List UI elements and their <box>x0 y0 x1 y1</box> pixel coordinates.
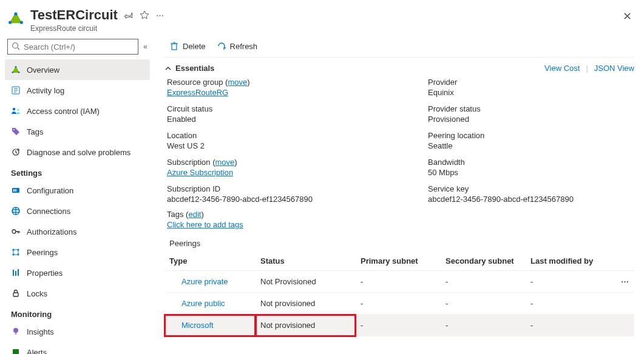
refresh-button[interactable]: Refresh <box>217 41 258 51</box>
sidebar-item-properties[interactable]: Properties <box>5 262 150 283</box>
svg-point-2 <box>8 21 12 24</box>
move-link[interactable]: move <box>228 78 247 87</box>
tags-icon <box>11 127 21 136</box>
star-icon[interactable] <box>140 10 149 20</box>
sidebar-item-locks[interactable]: Locks <box>5 283 150 304</box>
sidebar-item-label: Tags <box>27 127 43 136</box>
svg-point-5 <box>15 66 17 68</box>
search-input[interactable] <box>24 42 134 52</box>
svg-point-12 <box>13 108 16 111</box>
move-link[interactable]: move <box>215 158 235 167</box>
access-control-icon <box>11 106 21 116</box>
field-value: Seattle <box>428 141 634 150</box>
page-title: TestERCircuit <box>30 7 118 23</box>
chevron-up-icon <box>164 65 172 72</box>
json-view-link[interactable]: JSON View <box>594 64 634 73</box>
sidebar-item-activity-log[interactable]: Activity log <box>5 80 150 101</box>
essentials-toggle[interactable]: Essentials <box>164 64 214 73</box>
view-cost-link[interactable]: View Cost <box>544 64 580 73</box>
row-more-icon[interactable]: ⋯ <box>616 271 634 293</box>
authorizations-icon <box>11 227 21 236</box>
sidebar-item-insights[interactable]: Insights <box>5 321 150 342</box>
delete-button[interactable]: Delete <box>169 41 206 51</box>
table-row[interactable]: Azure public Not provisioned - - - <box>164 293 634 315</box>
col-status: Status <box>256 252 356 271</box>
peering-type-link[interactable]: Microsoft <box>169 321 214 330</box>
field-value: West US 2 <box>167 141 422 150</box>
field-value: Enabled <box>167 115 422 124</box>
svg-point-0 <box>14 12 17 15</box>
svg-point-7 <box>12 72 13 73</box>
diagnose-icon <box>11 147 21 157</box>
pin-icon[interactable] <box>124 10 134 20</box>
field-label: Subscription ID <box>167 184 422 193</box>
col-secondary: Secondary subnet <box>441 252 526 271</box>
field-value: abcdef12-3456-7890-abcd-ef1234567890 <box>167 195 422 204</box>
close-icon[interactable]: ✕ <box>620 7 634 25</box>
field-value: abcdef12-3456-7890-abcd-ef1234567890 <box>428 195 634 204</box>
expressroute-icon <box>7 10 24 27</box>
field-label: Provider <box>428 78 634 87</box>
svg-point-31 <box>13 328 18 333</box>
svg-point-1 <box>20 21 23 24</box>
peering-type-link[interactable]: Azure private <box>169 277 228 286</box>
sidebar-item-label: Alerts <box>27 348 47 355</box>
subscription-link[interactable]: Azure Subscription <box>167 168 233 177</box>
sidebar-item-alerts[interactable]: Alerts <box>5 342 150 354</box>
sidebar-item-label: Connections <box>27 207 70 216</box>
sidebar-item-diagnose[interactable]: Diagnose and solve problems <box>5 142 150 162</box>
svg-rect-30 <box>13 293 18 296</box>
properties-icon <box>11 268 21 278</box>
svg-point-22 <box>12 230 16 233</box>
field-label: Circuit status <box>167 104 422 113</box>
activity-log-icon <box>11 85 21 95</box>
search-input-wrapper[interactable] <box>7 39 138 55</box>
search-icon <box>12 42 20 52</box>
field-label: Provider status <box>428 104 634 113</box>
tags-label: Tags (edit) <box>167 210 634 219</box>
svg-rect-17 <box>13 189 15 192</box>
svg-rect-28 <box>15 271 16 276</box>
sidebar-item-authorizations[interactable]: Authorizations <box>5 221 150 242</box>
field-label: Bandwidth <box>428 158 634 167</box>
alerts-icon <box>11 347 21 354</box>
svg-rect-29 <box>18 269 19 276</box>
field-value: Provisioned <box>428 115 634 124</box>
insights-icon <box>11 327 21 336</box>
sidebar-item-connections[interactable]: Connections <box>5 201 150 221</box>
sidebar-section-settings: Settings <box>5 162 150 180</box>
sidebar-item-label: Peerings <box>27 248 58 257</box>
sidebar-item-configuration[interactable]: Configuration <box>5 180 150 201</box>
svg-rect-33 <box>13 349 19 354</box>
svg-point-6 <box>18 72 20 73</box>
peerings-heading: Peerings <box>164 229 634 252</box>
sidebar-item-overview[interactable]: Overview <box>5 59 150 80</box>
svg-point-3 <box>13 42 18 48</box>
col-lastmod: Last modified by <box>526 252 616 271</box>
sidebar-item-label: Access control (IAM) <box>27 107 100 116</box>
svg-rect-32 <box>15 333 17 335</box>
resource-group-link[interactable]: ExpressRouteRG <box>167 88 228 97</box>
sidebar-item-label: Locks <box>27 289 47 298</box>
table-row[interactable]: Azure private Not Provisioned - - - ⋯ <box>164 271 634 293</box>
svg-point-13 <box>17 109 19 110</box>
field-label: Peering location <box>428 131 634 140</box>
table-row[interactable]: Microsoft Not provisioned - - - <box>164 315 634 336</box>
add-tags-link[interactable]: Click here to add tags <box>167 220 243 229</box>
more-icon[interactable]: ⋯ <box>155 10 165 20</box>
expressroute-small-icon <box>11 65 21 75</box>
svg-rect-34 <box>172 44 177 50</box>
peering-type-link[interactable]: Azure public <box>169 299 225 308</box>
sidebar-item-label: Diagnose and solve problems <box>27 148 130 157</box>
edit-tags-link[interactable]: edit <box>188 210 201 219</box>
connections-icon <box>11 206 21 216</box>
svg-line-4 <box>18 47 20 50</box>
sidebar-item-access-control[interactable]: Access control (IAM) <box>5 101 150 121</box>
peerings-icon <box>11 247 21 257</box>
sidebar-item-tags[interactable]: Tags <box>5 121 150 142</box>
locks-icon <box>11 289 21 298</box>
field-label: Subscription (move) <box>167 158 422 167</box>
sidebar-item-label: Properties <box>27 269 63 278</box>
collapse-sidebar-icon[interactable]: « <box>143 42 147 51</box>
sidebar-item-peerings[interactable]: Peerings <box>5 242 150 262</box>
